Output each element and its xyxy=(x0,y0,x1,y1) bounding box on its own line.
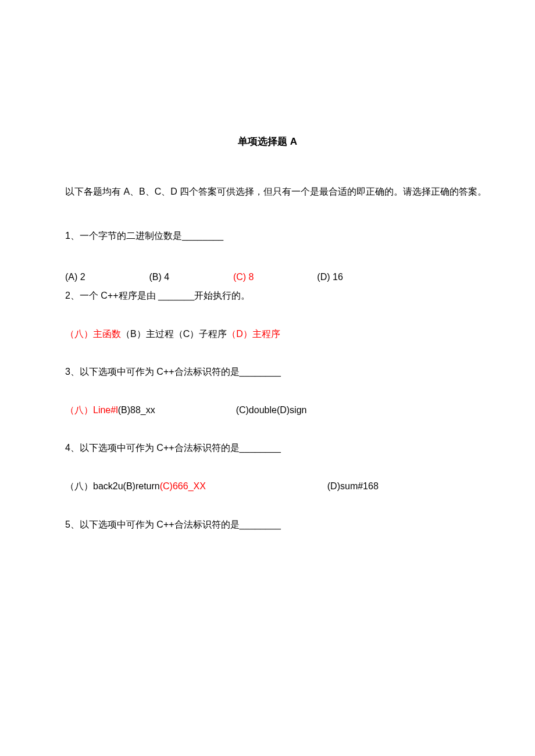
q3-option-cd: (C)double(D)sign xyxy=(236,405,307,415)
q4-option-c: (C)666_XX xyxy=(160,481,206,491)
q3-option-a-label: （八） xyxy=(65,405,93,415)
document-page: 单项选择题 A 以下各题均有 A、B、C、D 四个答案可供选择，但只有一个是最合… xyxy=(0,0,535,756)
q1-option-b: (B) 4 xyxy=(149,270,230,285)
question-4-options: （八）back2u(B)return(C)666_XX (D)sum#168 xyxy=(65,479,488,494)
question-2-options: （八）主函数（B）主过程（C）子程序（D）主程序 xyxy=(65,327,488,342)
q1-option-d: (D) 16 xyxy=(317,270,343,285)
q2-option-d-label: （D） xyxy=(227,329,252,339)
question-3-text: 3、以下选项中可作为 C++合法标识符的是________ xyxy=(65,364,488,379)
q1-option-c: (C) 8 xyxy=(233,270,315,285)
question-1-text: 1、一个字节的二进制位数是________ xyxy=(65,228,488,243)
q2-option-a-text: 主函数 xyxy=(93,329,121,339)
q2-option-b: （B）主过程 xyxy=(121,329,174,339)
q2-option-d-text: 主程序 xyxy=(252,329,280,339)
page-title: 单项选择题 A xyxy=(47,134,488,149)
instructions-text: 以下各题均有 A、B、C、D 四个答案可供选择，但只有一个是最合适的即正确的。请… xyxy=(47,184,488,199)
question-5-text: 5、以下选项中可作为 C++合法标识符的是________ xyxy=(65,517,488,532)
q2-option-a-label: （八） xyxy=(65,329,93,339)
question-1-options: (A) 2 (B) 4 (C) 8 (D) 16 xyxy=(65,270,488,285)
q3-option-a-text: Line#l xyxy=(93,405,118,415)
question-3-options: （八）Line#l(B)88_xx (C)double(D)sign xyxy=(65,403,488,418)
q4-option-ab: （八）back2u(B)return xyxy=(65,481,160,491)
q4-option-d: (D)sum#168 xyxy=(327,481,379,491)
q1-option-a: (A) 2 xyxy=(65,270,147,285)
question-2-text: 2、一个 C++程序是由 _______开始执行的。 xyxy=(65,288,488,303)
q3-option-b: (B)88_xx xyxy=(118,405,155,415)
q2-option-c: （C）子程序 xyxy=(174,329,227,339)
question-4-text: 4、以下选项中可作为 C++合法标识符的是________ xyxy=(65,440,488,456)
